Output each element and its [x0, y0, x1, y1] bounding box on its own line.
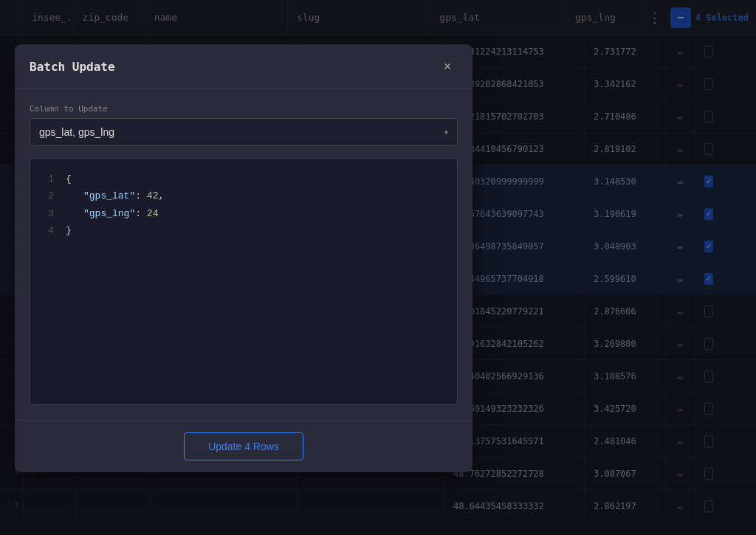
code-line: 2 "gps_lat": 42,	[42, 187, 445, 204]
json-brace: }	[66, 225, 72, 236]
json-brace: {	[66, 173, 72, 184]
json-value: 42	[147, 190, 159, 201]
modal-header: Batch Update ×	[15, 44, 472, 89]
code-line: 1 {	[42, 170, 445, 187]
line-number: 3	[42, 205, 54, 222]
update-rows-button[interactable]: Update 4 Rows	[184, 432, 303, 460]
close-icon: ×	[444, 59, 452, 75]
code-line: 4 }	[42, 222, 445, 239]
line-content: {	[66, 170, 72, 187]
modal-title: Batch Update	[30, 60, 115, 74]
json-editor[interactable]: 1 { 2 "gps_lat": 42, 3 "gps_lng": 24 4 }	[30, 158, 458, 405]
batch-update-modal: Batch Update × Column to Update gps_lat,…	[15, 44, 472, 472]
line-number: 4	[42, 222, 54, 239]
column-select-container: Column to Update gps_lat, gps_lng ▾	[30, 104, 458, 146]
code-line: 3 "gps_lng": 24	[42, 205, 445, 222]
modal-body: Column to Update gps_lat, gps_lng ▾ 1 { …	[15, 89, 472, 420]
json-value: 24	[147, 208, 159, 219]
line-content: }	[66, 222, 72, 239]
modal-footer: Update 4 Rows	[15, 420, 472, 472]
line-content: "gps_lat": 42,	[66, 187, 164, 204]
json-key: "gps_lat"	[83, 190, 135, 201]
json-key: "gps_lng"	[83, 208, 135, 219]
modal-overlay: Batch Update × Column to Update gps_lat,…	[0, 0, 756, 535]
column-select[interactable]: gps_lat, gps_lng	[30, 118, 458, 146]
column-select-label: Column to Update	[30, 104, 458, 114]
line-number: 2	[42, 187, 54, 204]
line-content: "gps_lng": 24	[66, 205, 158, 222]
line-number: 1	[42, 170, 54, 187]
modal-close-button[interactable]: ×	[437, 56, 458, 77]
